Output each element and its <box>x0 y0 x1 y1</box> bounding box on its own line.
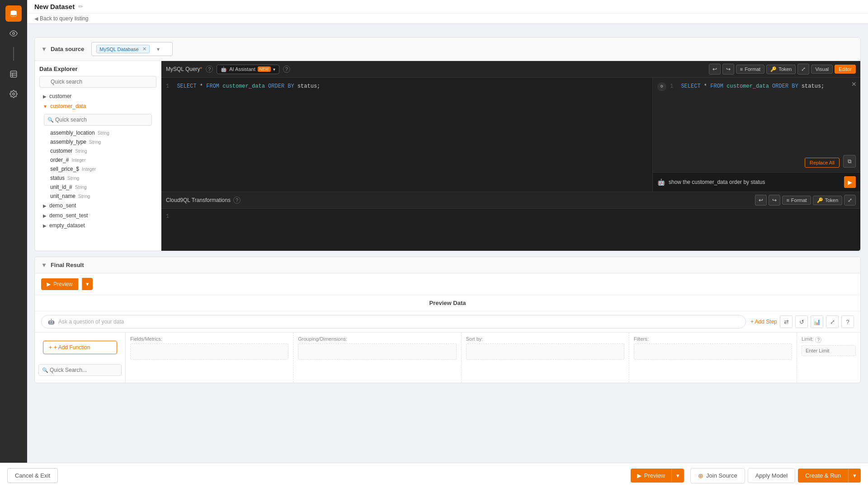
tree-label-customer-data: customer_data <box>50 103 86 109</box>
ai-result-code: ⚙ 1 SELECT * FROM customer_data ORDER BY <box>653 78 860 172</box>
grouping-dimensions-header: Grouping/Dimensions: <box>298 336 456 342</box>
line-num-1: 1 <box>166 83 169 89</box>
field-status[interactable]: statusString <box>47 174 156 183</box>
sidebar-icon-database[interactable] <box>5 5 22 22</box>
tree-item-customer[interactable]: ▶ customer <box>39 91 156 101</box>
final-result-header: ▼ Final Result <box>35 257 860 273</box>
ai-prompt-input[interactable] <box>669 179 840 185</box>
replace-all-btn[interactable]: Replace All <box>805 158 840 168</box>
step-swap-btn[interactable]: ⇄ <box>780 315 793 328</box>
bottom-preview-dropdown-btn[interactable]: ▾ <box>671 469 684 483</box>
limit-input[interactable] <box>802 345 856 356</box>
add-step-controls: + Add Step ⇄ ↺ 📊 ⤢ ? <box>750 315 854 328</box>
ai-assistant-button[interactable]: 🤖 AI Assistant NEW ▾ <box>217 65 279 74</box>
cloud9ql-editor[interactable]: 1 <box>161 209 860 251</box>
cloud9ql-token-btn[interactable]: 🔑 Token <box>813 196 842 205</box>
grouping-dropzone[interactable] <box>298 343 456 360</box>
cloud9ql-help-icon[interactable]: ? <box>233 197 241 204</box>
add-step-btn[interactable]: + Add Step <box>750 319 777 325</box>
query-undo-btn[interactable]: ↩ <box>709 64 721 75</box>
tree-item-empty-dataset[interactable]: ▶ empty_dataset <box>39 221 156 230</box>
mysql-code-editor[interactable]: 1 SELECT * FROM customer_data ORDER BY s… <box>161 78 652 192</box>
fields-row: + + Add Function 🔍 Fields/Metrics: <box>35 332 860 382</box>
function-search-input[interactable] <box>38 364 122 376</box>
ai-question-icon: 🤖 <box>48 319 55 325</box>
field-assembly-type[interactable]: assembly_typeString <box>47 137 156 146</box>
back-arrow-icon: ◀ <box>34 16 38 22</box>
mysql-help-icon[interactable]: ? <box>206 66 213 73</box>
cloud9ql-format-label: Format <box>791 197 807 203</box>
preview-dropdown-btn[interactable]: ▾ <box>82 278 93 290</box>
field-unit-name[interactable]: unit_nameString <box>47 192 156 201</box>
tree-label-customer: customer <box>49 93 71 99</box>
query-expand-btn[interactable]: ⤢ <box>797 64 809 75</box>
ai-send-btn[interactable]: ▶ <box>844 176 856 188</box>
sidebar-icon-eye[interactable] <box>5 25 22 42</box>
copy-btn[interactable]: ⧉ <box>843 155 856 168</box>
cancel-exit-btn[interactable]: Cancel & Exit <box>7 468 58 483</box>
query-format-btn[interactable]: ≡ Format <box>736 65 764 74</box>
apply-model-btn[interactable]: Apply Model <box>748 468 796 483</box>
svg-point-6 <box>13 93 15 95</box>
cloud9ql-format-btn[interactable]: ≡ Format <box>782 196 811 205</box>
edit-icon[interactable]: ✏ <box>78 3 83 10</box>
query-editor-btn[interactable]: Editor <box>835 65 856 74</box>
final-result-collapse-icon[interactable]: ▼ <box>41 262 47 268</box>
tree-item-customer-data[interactable]: ▼ customer_data <box>39 101 156 111</box>
datasource-tag-close[interactable]: ✕ <box>142 46 146 52</box>
field-unit-id[interactable]: unit_id_#String <box>47 183 156 192</box>
back-link[interactable]: Back to query listing <box>40 15 88 22</box>
add-function-plus-icon: + <box>49 344 52 351</box>
add-function-area: + + Add Function 🔍 <box>35 333 126 382</box>
query-visual-btn[interactable]: Visual <box>811 65 833 74</box>
query-redo-btn[interactable]: ↪ <box>722 64 734 75</box>
sort-by-col: Sort by: <box>462 333 629 382</box>
add-function-btn[interactable]: + + Add Function <box>43 341 117 354</box>
ai-panel-close-btn[interactable]: ✕ <box>851 80 857 88</box>
bottom-preview-btn[interactable]: ▶ Preview <box>631 469 671 483</box>
ai-new-badge: NEW <box>258 66 271 72</box>
ai-result-panel: ⚙ 1 SELECT * FROM customer_data ORDER BY <box>652 78 860 192</box>
field-assembly-location[interactable]: assembly_locationString <box>47 128 156 137</box>
svg-rect-2 <box>10 71 17 77</box>
cloud9ql-title: Cloud9QL Transformations <box>166 197 231 203</box>
function-search-icon: 🔍 <box>42 367 48 373</box>
filters-col: Filters: <box>629 333 797 382</box>
datasource-chevron-icon: ▾ <box>157 46 160 52</box>
field-customer[interactable]: customerString <box>47 146 156 155</box>
sidebar-icon-settings[interactable] <box>5 86 22 102</box>
preview-btn[interactable]: ▶ Preview <box>41 278 78 290</box>
cloud9ql-undo-btn[interactable]: ↩ <box>755 195 767 206</box>
sort-dropzone[interactable] <box>466 343 624 360</box>
field-sell-price[interactable]: sell_price_$Integer <box>47 164 156 174</box>
query-token-btn[interactable]: 🔑 Token <box>766 65 796 74</box>
create-run-dropdown-btn[interactable]: ▾ <box>848 469 861 483</box>
step-chart-btn[interactable]: 📊 <box>811 315 823 328</box>
explorer-search-input[interactable] <box>39 76 156 88</box>
ai-question-bar[interactable]: 🤖 Ask a question of your data <box>41 315 746 328</box>
preview-btn-label: Preview <box>53 281 73 287</box>
cloud9ql-header: Cloud9QL Transformations ? ↩ ↪ ≡ Format <box>161 192 860 209</box>
limit-help-icon[interactable]: ? <box>815 337 821 343</box>
limit-header: Limit: <box>802 336 813 342</box>
cloud9ql-format-icon: ≡ <box>786 197 789 203</box>
step-help-btn[interactable]: ? <box>841 315 854 328</box>
tree-item-demo-sent[interactable]: ▶ demo_sent <box>39 201 156 211</box>
sidebar-icon-table[interactable] <box>5 66 22 82</box>
cloud9ql-expand-btn[interactable]: ⤢ <box>844 195 856 206</box>
join-source-btn[interactable]: ⊕ Join Source <box>690 468 745 483</box>
create-run-btn[interactable]: Create & Run <box>798 469 848 483</box>
inner-search-input[interactable] <box>44 114 152 126</box>
fields-metrics-dropzone[interactable] <box>130 343 288 360</box>
step-expand-btn[interactable]: ⤢ <box>826 315 839 328</box>
step-refresh-btn[interactable]: ↺ <box>795 315 808 328</box>
filters-dropzone[interactable] <box>634 343 792 360</box>
tree-item-demo-sent-test[interactable]: ▶ demo_sent_test <box>39 211 156 221</box>
final-result-section: ▼ Final Result ▶ Preview ▾ Preview Data … <box>34 257 861 383</box>
cloud9ql-redo-btn[interactable]: ↪ <box>769 195 780 206</box>
editor-label: Editor <box>839 66 852 72</box>
datasource-selector[interactable]: MySQL Database ✕ ▾ <box>91 42 173 56</box>
ai-help-icon[interactable]: ? <box>283 66 290 73</box>
data-source-collapse-icon[interactable]: ▼ <box>41 46 47 52</box>
field-order-num[interactable]: order_#Integer <box>47 155 156 164</box>
